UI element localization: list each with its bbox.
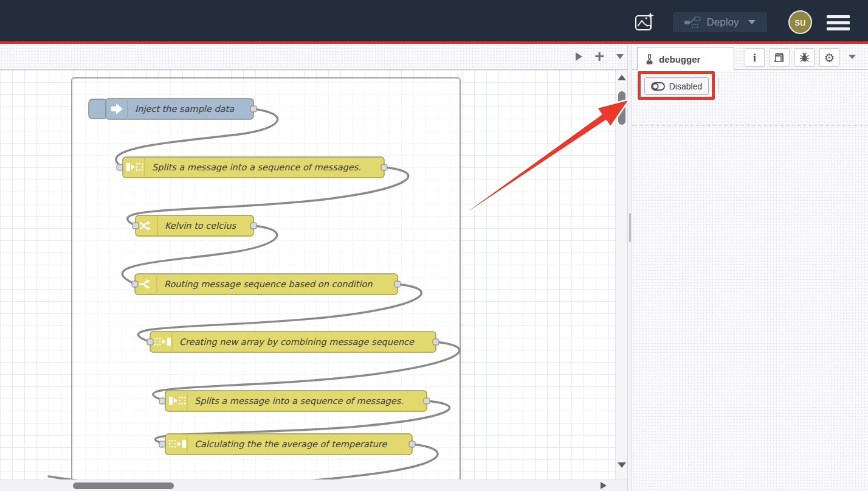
toolbar-bottom-border xyxy=(632,125,868,126)
flow-list-icon[interactable] xyxy=(616,54,624,59)
node-change[interactable]: Kelvin to celcius xyxy=(133,215,257,236)
tab-debugger-label: debugger xyxy=(659,54,700,64)
output-port[interactable] xyxy=(250,106,257,112)
add-flow-button[interactable]: + xyxy=(594,50,604,63)
info-button[interactable]: i xyxy=(745,48,765,67)
deploy-label: Deploy xyxy=(707,16,739,29)
scroll-down-icon[interactable] xyxy=(618,462,626,468)
node-label: Kelvin to celcius xyxy=(165,221,236,231)
input-port[interactable] xyxy=(133,223,139,229)
right-sidebar: debugger i ⚙ Di xyxy=(632,44,868,491)
settings-button[interactable]: ⚙ xyxy=(819,48,839,67)
output-port[interactable] xyxy=(394,281,401,287)
input-port[interactable] xyxy=(117,164,123,170)
gear-icon: ⚙ xyxy=(824,52,835,64)
debug-sidebar-content: Disabled xyxy=(632,70,868,491)
header-accent-line xyxy=(0,41,868,44)
output-port[interactable] xyxy=(409,441,415,447)
horizontal-scrollbar[interactable] xyxy=(0,479,627,491)
deploy-button[interactable]: Deploy xyxy=(673,12,767,32)
separator-grip[interactable] xyxy=(629,213,631,242)
input-port[interactable] xyxy=(147,339,153,345)
header-bar: Deploy su xyxy=(0,0,868,41)
output-port[interactable] xyxy=(433,339,439,345)
output-port[interactable] xyxy=(381,164,387,170)
debug-button[interactable] xyxy=(794,48,815,67)
node-switch[interactable]: Routing message sequence based on condit… xyxy=(132,274,401,294)
toolbar-divider xyxy=(718,78,718,94)
horizontal-scroll-thumb[interactable] xyxy=(73,482,174,489)
node-split[interactable]: Splits a message into a sequence of mess… xyxy=(159,391,430,411)
menu-icon-bar xyxy=(827,15,850,18)
node-label: Calculating the the average of temperatu… xyxy=(195,439,387,450)
deploy-caret-icon[interactable] xyxy=(748,20,756,24)
main-menu-button[interactable] xyxy=(827,15,850,30)
node-label: Splits a message into a sequence of mess… xyxy=(152,162,361,173)
node-label: Creating new array by combining message … xyxy=(179,337,415,347)
node-label: Splits a message into a sequence of mess… xyxy=(195,396,404,406)
output-port[interactable] xyxy=(424,398,430,404)
scroll-right-icon[interactable] xyxy=(601,482,607,489)
node-join[interactable]: Calculating the the average of temperatu… xyxy=(159,434,415,454)
bug-icon xyxy=(799,52,810,63)
node-join[interactable]: Creating new array by combining message … xyxy=(147,332,439,352)
sidebar-tab-row: debugger i ⚙ xyxy=(632,44,868,70)
flow-assistant-icon[interactable] xyxy=(634,11,656,33)
input-port[interactable] xyxy=(159,398,165,404)
debug-disabled-toggle[interactable]: Disabled xyxy=(644,77,709,95)
vertical-scrollbar[interactable] xyxy=(615,70,627,479)
disabled-label: Disabled xyxy=(669,82,702,91)
sidebar-expand-icon[interactable] xyxy=(849,55,856,59)
docs-button[interactable] xyxy=(770,48,790,67)
user-avatar[interactable]: su xyxy=(788,10,812,34)
workspace-tab-strip: + xyxy=(0,44,627,70)
tab-debugger[interactable]: debugger xyxy=(637,47,734,71)
sidebar-separator[interactable] xyxy=(627,44,632,491)
vertical-scroll-thumb[interactable] xyxy=(618,91,625,125)
inject-trigger-button[interactable] xyxy=(89,99,107,119)
input-port[interactable] xyxy=(132,281,138,287)
output-port[interactable] xyxy=(250,223,257,229)
deploy-icon xyxy=(684,16,701,28)
input-port[interactable] xyxy=(159,441,165,447)
scroll-tabs-right-icon[interactable] xyxy=(576,52,582,61)
menu-icon-bar xyxy=(827,21,850,24)
menu-icon-bar xyxy=(827,27,850,30)
node-label: Routing message sequence based on condit… xyxy=(164,279,373,290)
toggle-off-icon xyxy=(651,82,665,91)
node-label: Inject the sample data xyxy=(135,104,235,114)
avatar-initials: su xyxy=(795,16,806,29)
info-icon: i xyxy=(753,51,756,64)
scroll-up-icon[interactable] xyxy=(618,75,626,80)
node-split[interactable]: Splits a message into a sequence of mess… xyxy=(117,157,387,178)
book-icon xyxy=(774,53,785,63)
flow-canvas[interactable]: Inject the sample data Splits a message … xyxy=(0,70,627,479)
node-inject[interactable]: Inject the sample data xyxy=(89,99,257,119)
flask-icon xyxy=(645,54,654,64)
